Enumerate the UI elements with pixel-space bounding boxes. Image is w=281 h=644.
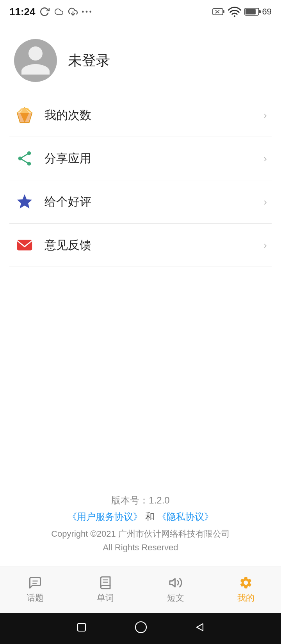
profile-section[interactable]: 未登录 — [0, 23, 281, 94]
star-icon — [16, 193, 34, 211]
diamond-icon — [16, 106, 34, 124]
menu-item-share-app[interactable]: 分享应用 › — [9, 137, 272, 180]
arrow-icon-give-review: › — [263, 196, 267, 208]
battery-x-icon — [212, 7, 225, 16]
menu-label-share-app: 分享应用 — [44, 151, 254, 167]
copyright-line1: Copyright ©2021 广州市伙计网络科技有限公司 — [0, 527, 281, 541]
status-right-icons: 69 — [212, 7, 272, 17]
version-text: 版本号：1.2.0 — [0, 494, 281, 507]
avatar-icon — [18, 43, 53, 78]
battery-level: 69 — [244, 7, 272, 17]
menu-label-my-count: 我的次数 — [44, 107, 254, 123]
system-back-btn[interactable] — [194, 622, 205, 635]
share-icon — [16, 149, 34, 167]
privacy-agreement-link[interactable]: 《隐私协议》 — [157, 511, 213, 522]
download-icon — [68, 7, 78, 17]
more-icon — [82, 9, 92, 15]
svg-marker-23 — [17, 194, 32, 208]
sync-icon — [39, 7, 50, 17]
avatar[interactable] — [14, 39, 57, 82]
svg-rect-30 — [78, 623, 85, 631]
svg-point-1 — [82, 11, 84, 13]
megaphone-icon — [169, 576, 183, 590]
star-icon-wrap — [14, 191, 35, 212]
menu-list: 我的次数 › 分享应用 › — [0, 94, 281, 485]
bottom-nav: 话题 单词 短文 我的 — [0, 566, 281, 613]
nav-item-words[interactable]: 单词 — [70, 576, 140, 604]
svg-marker-32 — [197, 624, 203, 631]
system-nav-bar — [0, 613, 281, 644]
menu-item-give-review[interactable]: 给个好评 › — [9, 180, 272, 224]
copyright-text: Copyright ©2021 广州市伙计网络科技有限公司 All Rights… — [0, 527, 281, 554]
svg-line-22 — [22, 159, 27, 163]
book-icon — [98, 576, 112, 590]
svg-rect-5 — [223, 10, 224, 13]
nav-item-articles[interactable]: 短文 — [140, 576, 211, 604]
cloud-icon — [53, 7, 64, 16]
wifi-icon — [228, 7, 241, 17]
diamond-icon-wrap — [14, 105, 35, 126]
svg-point-3 — [89, 11, 91, 13]
menu-item-feedback[interactable]: 意见反馈 › — [9, 224, 272, 267]
user-agreement-link[interactable]: 《用户服务协议》 — [68, 511, 142, 522]
svg-marker-29 — [170, 578, 175, 587]
status-time: 11:24 — [9, 6, 36, 18]
svg-rect-11 — [245, 9, 256, 14]
svg-point-8 — [233, 15, 235, 17]
svg-rect-24 — [17, 240, 32, 251]
mail-icon-wrap — [14, 235, 35, 256]
chat-icon — [28, 576, 42, 590]
svg-point-2 — [85, 11, 87, 13]
nav-item-mine[interactable]: 我的 — [211, 576, 281, 604]
profile-name: 未登录 — [68, 51, 110, 70]
mail-icon — [16, 236, 34, 254]
system-square-btn[interactable] — [76, 621, 87, 636]
menu-label-give-review: 给个好评 — [44, 194, 254, 210]
nav-label-mine: 我的 — [237, 592, 254, 604]
nav-item-topics[interactable]: 话题 — [0, 576, 70, 604]
gear-icon — [239, 576, 253, 590]
agreement-links[interactable]: 《用户服务协议》 和 《隐私协议》 — [0, 511, 281, 523]
status-time-area: 11:24 — [9, 6, 92, 18]
arrow-icon-my-count: › — [263, 109, 267, 121]
menu-item-my-count[interactable]: 我的次数 › — [9, 94, 272, 137]
arrow-icon-feedback: › — [263, 239, 267, 251]
svg-rect-10 — [259, 10, 261, 13]
agreement-and: 和 — [145, 511, 155, 522]
system-home-btn[interactable] — [134, 621, 148, 637]
arrow-icon-share-app: › — [263, 153, 267, 165]
share-icon-wrap — [14, 148, 35, 169]
main-content: 未登录 我的次数 › — [0, 23, 281, 566]
copyright-line2: All Rights Reserved — [0, 541, 281, 554]
nav-label-topics: 话题 — [27, 592, 44, 604]
menu-label-feedback: 意见反馈 — [44, 237, 254, 253]
status-bar: 11:24 69 — [0, 0, 281, 23]
svg-line-21 — [22, 154, 27, 158]
nav-label-articles: 短文 — [167, 592, 184, 604]
nav-label-words: 单词 — [97, 592, 114, 604]
footer-section: 版本号：1.2.0 《用户服务协议》 和 《隐私协议》 Copyright ©2… — [0, 485, 281, 566]
svg-point-31 — [135, 622, 146, 633]
